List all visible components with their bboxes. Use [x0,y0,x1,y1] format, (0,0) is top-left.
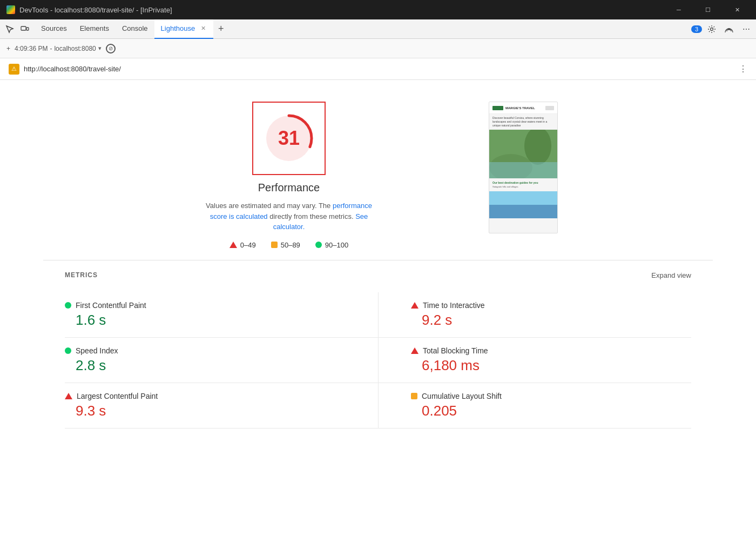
inspect-element-button[interactable] [2,22,17,37]
screenshot-section-text: Satagraín hills and villages [492,185,554,189]
main-content: 31 Performance Values are estimated and … [0,80,756,549]
new-tab-button[interactable]: + [6,45,10,52]
screenshot-hero-image [489,130,557,178]
screenshot-section: Our best destination guides for you Sata… [489,178,557,191]
cancel-button[interactable]: ⊘ [106,44,116,53]
legend-item-poor: 0–49 [230,241,256,249]
lcp-name: Largest Contentful Paint [77,392,158,400]
tab-lighthouse-close[interactable]: ✕ [199,25,207,32]
performance-score-card: 31 [252,102,326,175]
score-label: Performance [258,182,320,194]
window-controls: ─ ☐ ✕ [666,0,750,19]
score-legend: 0–49 50–89 90–100 [230,241,348,249]
metric-cls: Cumulative Layout Shift 0.205 [378,383,691,429]
metric-fcp-label-row: First Contentful Paint [65,301,346,310]
maximize-button[interactable]: ☐ [696,0,720,19]
url-more-button[interactable]: ⋮ [739,64,747,74]
metrics-grid: First Contentful Paint 1.6 s Time to Int… [65,292,691,429]
devtools-favicon [6,5,15,14]
devtools-tabs: Sources Elements Console Lighthouse ✕ + [35,19,691,39]
metric-lcp: Largest Contentful Paint 9.3 s [65,383,378,429]
si-name: Speed Index [76,346,118,355]
security-shield-icon: ⚠ [9,64,19,75]
more-options-button[interactable]: ⋯ [739,22,754,37]
score-circle: 31 [262,111,316,165]
expand-view-button[interactable]: Expand view [651,271,691,279]
tti-indicator-icon [411,302,418,309]
tbt-name: Total Blocking Time [423,346,488,355]
score-description: Values are estimated and may vary. The p… [197,200,381,232]
site-screenshot: MARGIE'S TRAVEL Discover beautiful Corsi… [489,102,558,233]
svg-point-2 [711,28,713,30]
metrics-title: METRICS [65,271,98,279]
metric-tbt-label-row: Total Blocking Time [411,346,691,355]
si-indicator-icon [65,347,71,354]
cls-value: 0.205 [422,403,691,419]
notification-badge[interactable]: 3 [691,25,702,33]
url-bar: ⚠ http://localhost:8080/travel-site/ ⋮ [0,58,756,80]
cls-name: Cumulative Layout Shift [422,392,502,400]
metric-lcp-label-row: Largest Contentful Paint [65,392,346,400]
metric-si: Speed Index 2.8 s [65,338,378,383]
metric-si-label-row: Speed Index [65,346,346,355]
site-screenshot-area: MARGIE'S TRAVEL Discover beautiful Corsi… [489,102,559,233]
screenshot-site-name: MARGIE'S TRAVEL [505,106,543,110]
tbt-indicator-icon [411,347,418,354]
tab-console[interactable]: Console [116,19,154,39]
device-toolbar-button[interactable] [17,22,32,37]
svg-rect-11 [489,205,558,218]
tab-lighthouse[interactable]: Lighthouse ✕ [154,19,214,39]
svg-rect-0 [21,26,26,30]
tti-value: 9.2 s [422,312,691,329]
cls-indicator-icon [411,393,417,399]
score-number: 31 [278,127,300,150]
location-bar: + 4:09:36 PM - localhost:8080 ▾ ⊘ [0,39,756,58]
average-indicator-icon [271,242,278,248]
tab-elements[interactable]: Elements [73,19,116,39]
si-value: 2.8 s [76,357,346,374]
title-bar: DevTools - localhost:8080/travel-site/ -… [0,0,756,19]
performance-container: 31 Performance Values are estimated and … [0,80,756,260]
window-title: DevTools - localhost:8080/travel-site/ -… [19,6,666,14]
lcp-indicator-icon [65,393,72,399]
metrics-section: METRICS Expand view First Contentful Pai… [0,260,756,439]
settings-button[interactable] [704,22,719,37]
screenshot-logo [492,106,503,110]
metric-tti-label-row: Time to Interactive [411,301,691,310]
score-section: 31 Performance Values are estimated and … [197,102,381,249]
poor-indicator-icon [230,242,237,248]
metric-tti: Time to Interactive 9.2 s [378,292,691,338]
screenshot-hero-text: Discover beautiful Corsica, where stunni… [489,114,557,130]
url-display: http://localhost:8080/travel-site/ [24,65,734,73]
metric-fcp: First Contentful Paint 1.6 s [65,292,378,338]
tti-name: Time to Interactive [423,301,485,310]
legend-item-good: 90–100 [315,241,348,249]
screenshot-section-title: Our best destination guides for you [492,181,554,184]
broadcast-button[interactable] [721,22,737,37]
metrics-header: METRICS Expand view [65,271,691,279]
minimize-button[interactable]: ─ [666,0,691,19]
svg-rect-1 [26,28,29,30]
legend-item-average: 50–89 [271,241,300,249]
toolbar-right: 3 ⋯ [691,22,754,37]
tbt-value: 6,180 ms [422,357,691,374]
tab-sources[interactable]: Sources [35,19,73,39]
add-tab-button[interactable]: + [213,22,228,37]
fcp-indicator-icon [65,302,71,309]
devtools-tabbar: Sources Elements Console Lighthouse ✕ + … [0,19,756,39]
fcp-value: 1.6 s [76,312,346,329]
svg-rect-9 [489,162,558,178]
screenshot-nav-icon [545,106,554,110]
metric-cls-label-row: Cumulative Layout Shift [411,392,691,400]
good-indicator-icon [315,242,322,248]
time-display: 4:09:36 PM - localhost:8080 ▾ [15,45,102,52]
fcp-name: First Contentful Paint [76,301,146,310]
screenshot-bottom-image [489,191,557,218]
lcp-value: 9.3 s [76,403,346,419]
close-button[interactable]: ✕ [725,0,750,19]
metric-tbt: Total Blocking Time 6,180 ms [378,338,691,383]
screenshot-header: MARGIE'S TRAVEL [489,102,557,114]
